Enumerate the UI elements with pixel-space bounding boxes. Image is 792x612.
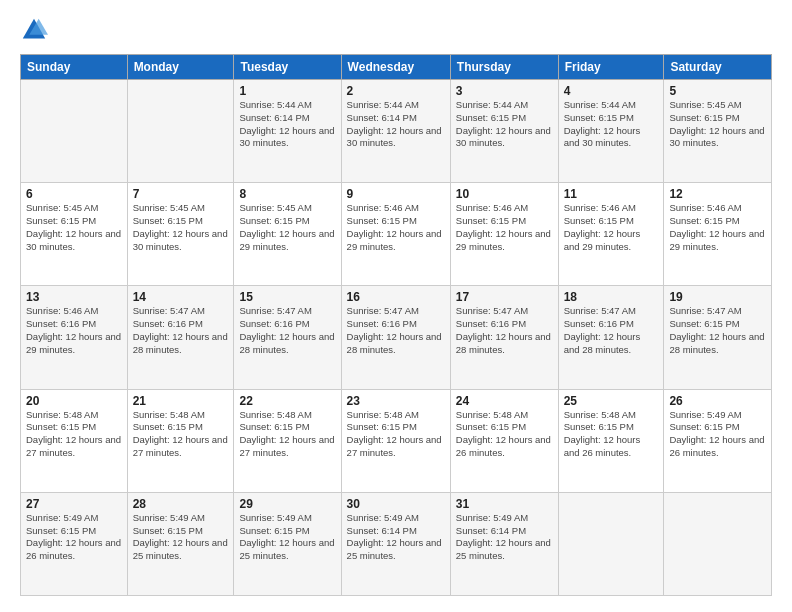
day-info: Sunrise: 5:46 AM Sunset: 6:15 PM Dayligh… (456, 202, 553, 253)
day-number: 29 (239, 497, 335, 511)
day-number: 31 (456, 497, 553, 511)
day-info: Sunrise: 5:47 AM Sunset: 6:16 PM Dayligh… (456, 305, 553, 356)
day-info: Sunrise: 5:47 AM Sunset: 6:16 PM Dayligh… (564, 305, 659, 356)
calendar-cell: 19Sunrise: 5:47 AM Sunset: 6:15 PM Dayli… (664, 286, 772, 389)
day-number: 27 (26, 497, 122, 511)
calendar-week-row: 27Sunrise: 5:49 AM Sunset: 6:15 PM Dayli… (21, 492, 772, 595)
day-number: 11 (564, 187, 659, 201)
calendar-week-row: 1Sunrise: 5:44 AM Sunset: 6:14 PM Daylig… (21, 80, 772, 183)
day-info: Sunrise: 5:47 AM Sunset: 6:16 PM Dayligh… (347, 305, 445, 356)
day-info: Sunrise: 5:49 AM Sunset: 6:14 PM Dayligh… (456, 512, 553, 563)
calendar-cell: 10Sunrise: 5:46 AM Sunset: 6:15 PM Dayli… (450, 183, 558, 286)
day-info: Sunrise: 5:48 AM Sunset: 6:15 PM Dayligh… (26, 409, 122, 460)
day-header-saturday: Saturday (664, 55, 772, 80)
day-number: 18 (564, 290, 659, 304)
day-number: 28 (133, 497, 229, 511)
page: SundayMondayTuesdayWednesdayThursdayFrid… (0, 0, 792, 612)
calendar-cell: 18Sunrise: 5:47 AM Sunset: 6:16 PM Dayli… (558, 286, 664, 389)
calendar-cell: 7Sunrise: 5:45 AM Sunset: 6:15 PM Daylig… (127, 183, 234, 286)
day-info: Sunrise: 5:45 AM Sunset: 6:15 PM Dayligh… (239, 202, 335, 253)
day-number: 21 (133, 394, 229, 408)
day-number: 3 (456, 84, 553, 98)
day-number: 1 (239, 84, 335, 98)
day-number: 19 (669, 290, 766, 304)
calendar-cell: 3Sunrise: 5:44 AM Sunset: 6:15 PM Daylig… (450, 80, 558, 183)
day-info: Sunrise: 5:48 AM Sunset: 6:15 PM Dayligh… (564, 409, 659, 460)
calendar-cell: 14Sunrise: 5:47 AM Sunset: 6:16 PM Dayli… (127, 286, 234, 389)
calendar-cell: 13Sunrise: 5:46 AM Sunset: 6:16 PM Dayli… (21, 286, 128, 389)
day-number: 17 (456, 290, 553, 304)
day-info: Sunrise: 5:44 AM Sunset: 6:15 PM Dayligh… (456, 99, 553, 150)
day-info: Sunrise: 5:46 AM Sunset: 6:15 PM Dayligh… (347, 202, 445, 253)
calendar-cell: 17Sunrise: 5:47 AM Sunset: 6:16 PM Dayli… (450, 286, 558, 389)
day-number: 10 (456, 187, 553, 201)
day-header-tuesday: Tuesday (234, 55, 341, 80)
day-info: Sunrise: 5:44 AM Sunset: 6:14 PM Dayligh… (239, 99, 335, 150)
calendar-cell: 25Sunrise: 5:48 AM Sunset: 6:15 PM Dayli… (558, 389, 664, 492)
day-info: Sunrise: 5:47 AM Sunset: 6:16 PM Dayligh… (133, 305, 229, 356)
calendar-cell: 27Sunrise: 5:49 AM Sunset: 6:15 PM Dayli… (21, 492, 128, 595)
day-info: Sunrise: 5:44 AM Sunset: 6:14 PM Dayligh… (347, 99, 445, 150)
day-info: Sunrise: 5:46 AM Sunset: 6:16 PM Dayligh… (26, 305, 122, 356)
day-number: 22 (239, 394, 335, 408)
day-info: Sunrise: 5:47 AM Sunset: 6:16 PM Dayligh… (239, 305, 335, 356)
day-info: Sunrise: 5:48 AM Sunset: 6:15 PM Dayligh… (456, 409, 553, 460)
calendar-cell: 6Sunrise: 5:45 AM Sunset: 6:15 PM Daylig… (21, 183, 128, 286)
day-info: Sunrise: 5:48 AM Sunset: 6:15 PM Dayligh… (133, 409, 229, 460)
day-header-thursday: Thursday (450, 55, 558, 80)
calendar-cell: 12Sunrise: 5:46 AM Sunset: 6:15 PM Dayli… (664, 183, 772, 286)
calendar-cell (21, 80, 128, 183)
day-info: Sunrise: 5:49 AM Sunset: 6:15 PM Dayligh… (669, 409, 766, 460)
day-number: 25 (564, 394, 659, 408)
calendar-cell (127, 80, 234, 183)
day-info: Sunrise: 5:49 AM Sunset: 6:15 PM Dayligh… (239, 512, 335, 563)
day-info: Sunrise: 5:44 AM Sunset: 6:15 PM Dayligh… (564, 99, 659, 150)
day-number: 9 (347, 187, 445, 201)
day-info: Sunrise: 5:48 AM Sunset: 6:15 PM Dayligh… (347, 409, 445, 460)
day-number: 6 (26, 187, 122, 201)
day-header-sunday: Sunday (21, 55, 128, 80)
calendar-cell: 31Sunrise: 5:49 AM Sunset: 6:14 PM Dayli… (450, 492, 558, 595)
calendar-table: SundayMondayTuesdayWednesdayThursdayFrid… (20, 54, 772, 596)
day-number: 26 (669, 394, 766, 408)
calendar-cell: 22Sunrise: 5:48 AM Sunset: 6:15 PM Dayli… (234, 389, 341, 492)
day-number: 14 (133, 290, 229, 304)
day-number: 16 (347, 290, 445, 304)
calendar-cell: 28Sunrise: 5:49 AM Sunset: 6:15 PM Dayli… (127, 492, 234, 595)
calendar-cell: 4Sunrise: 5:44 AM Sunset: 6:15 PM Daylig… (558, 80, 664, 183)
calendar-header: SundayMondayTuesdayWednesdayThursdayFrid… (21, 55, 772, 80)
calendar-body: 1Sunrise: 5:44 AM Sunset: 6:14 PM Daylig… (21, 80, 772, 596)
calendar-cell: 5Sunrise: 5:45 AM Sunset: 6:15 PM Daylig… (664, 80, 772, 183)
calendar-cell: 30Sunrise: 5:49 AM Sunset: 6:14 PM Dayli… (341, 492, 450, 595)
day-header-friday: Friday (558, 55, 664, 80)
calendar-cell: 1Sunrise: 5:44 AM Sunset: 6:14 PM Daylig… (234, 80, 341, 183)
calendar-cell: 16Sunrise: 5:47 AM Sunset: 6:16 PM Dayli… (341, 286, 450, 389)
day-info: Sunrise: 5:46 AM Sunset: 6:15 PM Dayligh… (669, 202, 766, 253)
day-info: Sunrise: 5:49 AM Sunset: 6:15 PM Dayligh… (26, 512, 122, 563)
header (20, 16, 772, 44)
day-header-monday: Monday (127, 55, 234, 80)
day-number: 2 (347, 84, 445, 98)
day-number: 24 (456, 394, 553, 408)
day-info: Sunrise: 5:49 AM Sunset: 6:15 PM Dayligh… (133, 512, 229, 563)
calendar-cell: 15Sunrise: 5:47 AM Sunset: 6:16 PM Dayli… (234, 286, 341, 389)
day-info: Sunrise: 5:48 AM Sunset: 6:15 PM Dayligh… (239, 409, 335, 460)
calendar-cell: 21Sunrise: 5:48 AM Sunset: 6:15 PM Dayli… (127, 389, 234, 492)
day-number: 4 (564, 84, 659, 98)
days-header-row: SundayMondayTuesdayWednesdayThursdayFrid… (21, 55, 772, 80)
calendar-cell: 24Sunrise: 5:48 AM Sunset: 6:15 PM Dayli… (450, 389, 558, 492)
day-number: 23 (347, 394, 445, 408)
calendar-cell: 23Sunrise: 5:48 AM Sunset: 6:15 PM Dayli… (341, 389, 450, 492)
calendar-week-row: 13Sunrise: 5:46 AM Sunset: 6:16 PM Dayli… (21, 286, 772, 389)
day-number: 30 (347, 497, 445, 511)
logo-icon (20, 16, 48, 44)
day-info: Sunrise: 5:45 AM Sunset: 6:15 PM Dayligh… (26, 202, 122, 253)
calendar-cell: 26Sunrise: 5:49 AM Sunset: 6:15 PM Dayli… (664, 389, 772, 492)
day-info: Sunrise: 5:46 AM Sunset: 6:15 PM Dayligh… (564, 202, 659, 253)
day-number: 7 (133, 187, 229, 201)
day-number: 5 (669, 84, 766, 98)
logo (20, 16, 52, 44)
day-info: Sunrise: 5:45 AM Sunset: 6:15 PM Dayligh… (669, 99, 766, 150)
calendar-cell (664, 492, 772, 595)
day-info: Sunrise: 5:47 AM Sunset: 6:15 PM Dayligh… (669, 305, 766, 356)
